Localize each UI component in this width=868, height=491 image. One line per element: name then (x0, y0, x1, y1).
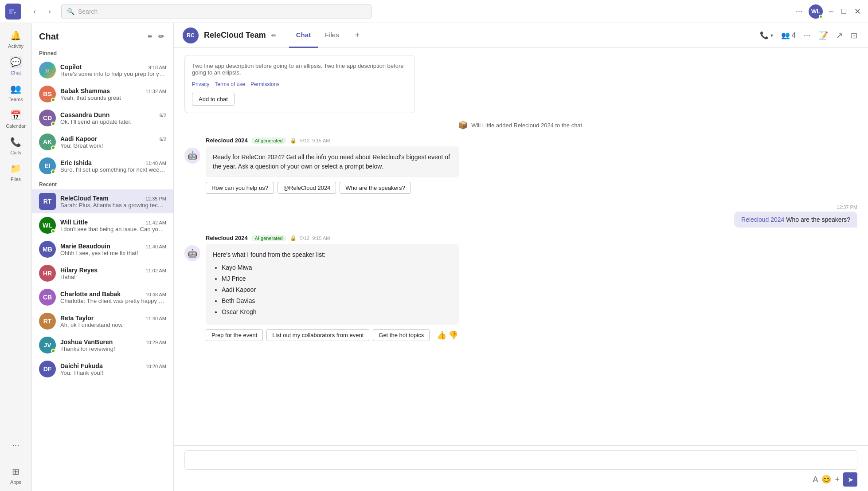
chat-item-relecloud[interactable]: RT ReleCloud Team 12:35 PM Sarah: Plus, … (32, 189, 173, 213)
chat-item-daichi[interactable]: DF Daichi Fukuda 10:20 AM You: Thank you… (32, 357, 173, 381)
ai-time-2: 5/12, 9:15 AM (300, 236, 330, 241)
copilot-avatar: 🤖 (39, 62, 56, 79)
share-button[interactable]: ↗ (834, 29, 845, 42)
sidebar-item-files[interactable]: 📁 Files (4, 160, 28, 185)
notes-button[interactable]: 📝 (817, 29, 830, 42)
chat-area: RC ReleCloud Team ✏ Chat Files + 📞 ▾ 👥 4… (174, 23, 868, 491)
chat-item-aadi[interactable]: AK Aadi Kapoor 6/2 You: Great work! (32, 130, 173, 154)
chat-list-header: Chat ≡ ✏ (32, 23, 173, 47)
files-icon: 📁 (10, 162, 22, 175)
recent-section-label: Recent (32, 178, 173, 189)
calendar-icon: 📅 (10, 109, 22, 122)
will-avatar: WL (39, 217, 56, 234)
chat-item-eric[interactable]: EI Eric Ishida 11:40 AM Sure, I'll set u… (32, 154, 173, 178)
sidebar-item-calendar[interactable]: 📅 Calendar (4, 106, 28, 131)
chat-item-marie[interactable]: MB Marie Beaudouin 11:40 AM Ohhh I see, … (32, 237, 173, 261)
get-topics-button[interactable]: Get the hot topics (373, 329, 430, 341)
edit-name-button[interactable]: ✏ (271, 32, 277, 39)
reta-avatar: RT (39, 313, 56, 330)
format-button[interactable]: A (813, 475, 818, 484)
sidebar-item-more[interactable]: ··· (4, 436, 28, 454)
add-tab-button[interactable]: + (352, 31, 364, 40)
pinned-section-label: Pinned (32, 47, 173, 58)
system-text: Will Little added Relecloud 2024 to the … (471, 122, 584, 129)
call-button[interactable]: 📞 ▾ (758, 29, 775, 41)
chat-header-actions: 📞 ▾ 👥 4 ··· 📝 ↗ ⊡ (758, 29, 859, 42)
people-icon: 👥 (781, 31, 790, 39)
ai-badge-2: AI generated (251, 235, 286, 241)
speaker-list-intro: Here's what I found from the speaker lis… (213, 250, 452, 259)
back-button[interactable]: ‹ (28, 5, 41, 18)
apps-label: Apps (10, 479, 21, 485)
close-button[interactable]: ✕ (852, 5, 863, 18)
package-icon: 📦 (458, 120, 468, 130)
calls-icon: 📞 (10, 136, 22, 148)
permissions-link[interactable]: Permissions (250, 81, 279, 87)
daichi-avatar: DF (39, 361, 56, 377)
more-options-button[interactable]: ··· (794, 5, 804, 18)
chat-item-cassandra[interactable]: CD Cassandra Dunn 6/2 Ok. I'll send an u… (32, 106, 173, 130)
joshua-avatar: JV (39, 337, 56, 354)
ai-time-1: 5/12, 9:15 AM (300, 138, 330, 143)
tab-chat[interactable]: Chat (289, 23, 318, 48)
more-actions-button[interactable]: ··· (802, 29, 812, 42)
ai-avatar-1: 🤖 (184, 148, 200, 164)
search-bar[interactable]: 🔍 Search (61, 4, 371, 19)
chat-item-copilot[interactable]: 🤖 Copilot 9:18 AM Here's some info to he… (32, 58, 173, 82)
add-to-chat-button[interactable]: Add to chat (192, 93, 235, 106)
participants-button[interactable]: 👥 4 (779, 29, 798, 41)
forward-button[interactable]: › (43, 5, 56, 18)
who-speakers-button[interactable]: Who are the speakers? (340, 182, 411, 194)
sidebar-item-activity[interactable]: 🔔 Activity (4, 27, 28, 51)
ai-sender-1: Relecloud 2024 (206, 137, 248, 144)
terms-link[interactable]: Terms of use (215, 81, 245, 87)
tab-files[interactable]: Files (318, 23, 346, 48)
phone-icon: 📞 (760, 31, 769, 39)
send-icon: ➤ (848, 475, 853, 484)
ai-actions-1: How can you help us? @ReleCloud 2024 Who… (206, 182, 459, 194)
minimize-button[interactable]: – (827, 5, 835, 18)
chat-label: Chat (11, 70, 21, 75)
filter-button[interactable]: ≡ (146, 30, 154, 43)
online-indicator (819, 15, 823, 19)
more-icon: ··· (10, 439, 22, 451)
app-card-links: Privacy Terms of use Permissions (192, 81, 407, 87)
titlebar-right: ··· WL – □ ✕ (794, 4, 863, 19)
chat-tabs: Chat Files (289, 23, 346, 48)
system-message: 📦 Will Little added Relecloud 2024 to th… (184, 120, 857, 130)
popout-button[interactable]: ⊡ (849, 29, 859, 42)
chat-item-babak[interactable]: BS Babak Shammas 11:32 AM Yeah, that sou… (32, 82, 173, 106)
feedback-thumbs: 👍 👎 (437, 330, 458, 340)
calendar-label: Calendar (6, 123, 26, 129)
chat-item-charlotte[interactable]: CB Charlotte and Babak 10:48 AM Charlott… (32, 285, 173, 309)
thumbs-down-button[interactable]: 👎 (448, 330, 458, 340)
chat-item-hilary[interactable]: HR Hilary Reyes 11:02 AM Haha! (32, 261, 173, 285)
chat-item-reta[interactable]: RT Reta Taylor 11:40 AM Ah, ok I underst… (32, 309, 173, 333)
chevron-down-icon: ▾ (770, 32, 773, 39)
app-card: Two line app description before going to… (184, 55, 415, 113)
maximize-button[interactable]: □ (840, 5, 848, 18)
copilot-preview: Here's some info to help you prep for yo… (60, 71, 166, 77)
send-button[interactable]: ➤ (843, 472, 857, 487)
ai-meta-2: Relecloud 2024 AI generated 🔒 5/12, 9:15… (206, 235, 459, 241)
chat-item-will[interactable]: WL Will Little 11:42 AM I don't see that… (32, 213, 173, 237)
babak-avatar: BS (39, 86, 56, 102)
sidebar-item-apps[interactable]: ⊞ Apps (4, 463, 28, 487)
attach-button[interactable]: + (835, 475, 840, 484)
sidebar-item-calls[interactable]: 📞 Calls (4, 133, 28, 158)
privacy-link[interactable]: Privacy (192, 81, 209, 87)
prep-event-button[interactable]: Prep for the event (206, 329, 263, 341)
relecloud-2024-button[interactable]: @ReleCloud 2024 (278, 182, 336, 194)
compose-input[interactable] (184, 450, 857, 470)
compose-button[interactable]: ✏ (156, 30, 166, 43)
sidebar-item-chat[interactable]: 💬 Chat (4, 53, 28, 78)
user-bubble: Relecloud 2024 Who are the speakers? (734, 212, 857, 228)
list-collaborators-button[interactable]: List out my collaborators from event (266, 329, 369, 341)
avatar: WL (809, 4, 823, 19)
how-can-you-help-button[interactable]: How can you help us? (206, 182, 274, 194)
chat-item-joshua[interactable]: JV Joshua VanBuren 10:29 AM Thanks for r… (32, 333, 173, 357)
emoji-button[interactable]: 😊 (821, 475, 831, 484)
sidebar-item-teams[interactable]: 👥 Teams (4, 80, 28, 105)
thumbs-up-button[interactable]: 👍 (437, 330, 446, 340)
ai-sender-2: Relecloud 2024 (206, 235, 248, 241)
